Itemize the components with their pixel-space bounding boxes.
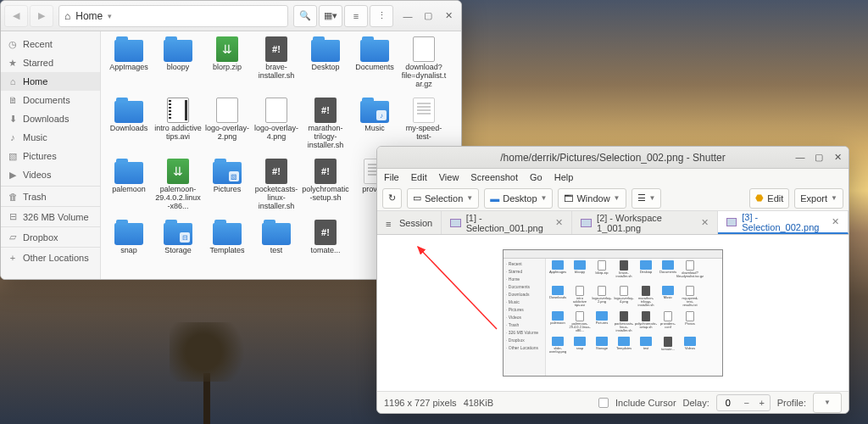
menu-edit[interactable]: Edit (411, 172, 427, 182)
selection-tool-button[interactable]: ▭Selection▼ (407, 188, 479, 209)
menu-go[interactable]: Go (530, 172, 542, 182)
back-button[interactable]: ◀ (4, 5, 28, 27)
file-item[interactable]: #!tomate... (301, 218, 350, 279)
file-label: intro addictive tips.avi (154, 125, 202, 142)
minimize-button[interactable]: — (794, 152, 806, 163)
hamburger-button[interactable]: ⋮ (370, 5, 393, 27)
delay-stepper[interactable]: − + (716, 394, 771, 411)
sidebar-item-documents[interactable]: 🗎Documents (1, 91, 100, 109)
export-button[interactable]: Export▼ (794, 188, 843, 209)
path-label: Home (75, 10, 103, 22)
file-item[interactable]: #!brave-installer.sh (252, 35, 301, 96)
sidebar: ◷Recent★Starred⌂Home🗎Documents⬇Downloads… (1, 31, 101, 279)
sidebar-label: Pictures (23, 151, 57, 161)
path-bar[interactable]: ⌂ Home ▾ (58, 5, 288, 27)
file-item[interactable]: logo-overlay-2.png (203, 96, 252, 157)
sidebar-item-326-mb-volume[interactable]: ⊟326 MB Volume (1, 206, 100, 225)
file-item[interactable]: Documents (350, 35, 399, 96)
delay-increment[interactable]: + (754, 398, 770, 408)
file-item[interactable]: test (252, 218, 301, 279)
sidebar-item-trash[interactable]: 🗑Trash (1, 186, 100, 204)
file-item[interactable]: AppImages (104, 35, 153, 96)
file-label: pocketcasts-linux-installer.sh (253, 186, 300, 211)
close-button[interactable]: ✕ (439, 7, 458, 25)
file-item[interactable]: logo-overlay-4.png (252, 96, 301, 157)
palette-icon: ⬣ (755, 192, 764, 204)
file-item[interactable]: #!polychromatic-setup.sh (301, 157, 350, 218)
tab[interactable]: [3] - Selection_002.png✕ (718, 211, 849, 234)
tab-close[interactable]: ✕ (555, 217, 563, 228)
tab-label: [3] - Selection_002.png (742, 212, 826, 232)
sidebar-item-recent[interactable]: ◷Recent (1, 35, 100, 53)
file-label: my-speed-test- (400, 125, 448, 142)
sidebar-label: Starred (23, 58, 53, 68)
screenshot-preview[interactable]: · Recent· Starred· Home· Documents· Down… (503, 249, 723, 377)
tab-close[interactable]: ✕ (832, 216, 839, 227)
file-label: bloopy (167, 64, 190, 72)
sidebar-item-home[interactable]: ⌂Home (1, 72, 100, 91)
preview-canvas: · Recent· Starred· Home· Documents· Down… (377, 235, 849, 391)
view-list-button[interactable]: ≡ (344, 5, 368, 27)
include-cursor-checkbox[interactable] (598, 398, 609, 408)
sidebar-icon: ▶ (8, 170, 18, 181)
menu-capture-button[interactable]: ☰▼ (632, 188, 662, 209)
home-icon: ⌂ (64, 10, 70, 22)
file-item[interactable]: intro addictive tips.avi (153, 96, 203, 157)
tab[interactable]: [1] - Selection_001.png✕ (442, 211, 572, 234)
sidebar-icon: + (8, 253, 18, 263)
file-item[interactable]: download?file=dynalist.tar.gz (399, 35, 448, 96)
sidebar-icon: ♪ (8, 132, 18, 142)
file-item[interactable]: #!marathon-trilogy-installer.sh (301, 96, 350, 157)
menu-file[interactable]: File (384, 172, 399, 182)
desktop-capture-button[interactable]: ▬Desktop▼ (484, 188, 553, 209)
forward-button[interactable]: ▶ (30, 5, 53, 27)
tab-close[interactable]: ✕ (701, 217, 709, 228)
sidebar-label: Videos (23, 170, 51, 180)
menu-help[interactable]: Help (554, 172, 574, 182)
include-cursor-label: Include Cursor (615, 398, 676, 408)
file-item[interactable]: ▧Pictures (203, 157, 252, 218)
sidebar-item-videos[interactable]: ▶Videos (1, 165, 100, 184)
sidebar-item-downloads[interactable]: ⬇Downloads (1, 109, 100, 128)
file-item[interactable]: ⇊blorp.zip (203, 35, 252, 96)
file-item[interactable]: Desktop (301, 35, 350, 96)
file-item[interactable]: ⊟Storage (153, 218, 203, 279)
minimize-button[interactable]: — (398, 7, 417, 25)
tab-label: Session (399, 218, 432, 228)
maximize-button[interactable]: ▢ (419, 7, 437, 25)
sidebar-item-music[interactable]: ♪Music (1, 128, 100, 147)
status-bar: 1196 x 727 pixels 418KiB Include Cursor … (377, 391, 849, 413)
search-button[interactable]: 🔍 (293, 5, 317, 27)
sidebar-label: Recent (23, 39, 53, 49)
sidebar-item-dropbox[interactable]: ▱Dropbox (1, 226, 100, 245)
edit-button[interactable]: ⬣Edit (749, 188, 789, 209)
redo-button[interactable]: ↻ (382, 188, 402, 209)
file-label: Music (364, 125, 385, 133)
sidebar-icon: ⌂ (8, 76, 18, 86)
sidebar-item-other-locations[interactable]: +Other Locations (1, 247, 100, 265)
tab[interactable]: ≡Session (377, 211, 442, 234)
file-item[interactable]: Templates (203, 218, 252, 279)
file-item[interactable]: snap (104, 218, 153, 279)
file-item[interactable]: ⇊palemoon-29.4.0.2.linux-x86... (153, 157, 203, 218)
menu-screenshot[interactable]: Screenshot (470, 172, 518, 182)
menu-view[interactable]: View (439, 172, 459, 182)
window-capture-button[interactable]: 🗔Window▼ (558, 188, 626, 209)
sidebar-icon: ⊟ (8, 211, 18, 222)
delay-input[interactable] (717, 398, 739, 408)
file-item[interactable]: Downloads (104, 96, 153, 157)
file-item[interactable]: palemoon (104, 157, 153, 218)
tab-label: [1] - Selection_001.png (466, 213, 551, 233)
tab-thumbnail (581, 219, 592, 227)
tab-thumbnail (450, 219, 461, 227)
maximize-button[interactable]: ▢ (813, 152, 825, 163)
view-grid-button[interactable]: ▦▾ (319, 5, 342, 27)
file-item[interactable]: bloopy (153, 35, 203, 96)
file-item[interactable]: #!pocketcasts-linux-installer.sh (252, 157, 301, 218)
tab[interactable]: [2] - Workspace 1_001.png✕ (572, 211, 717, 234)
delay-decrement[interactable]: − (739, 398, 754, 408)
sidebar-item-starred[interactable]: ★Starred (1, 53, 100, 72)
close-button[interactable]: ✕ (832, 152, 843, 163)
profile-dropdown[interactable]: ▼ (813, 393, 842, 413)
sidebar-item-pictures[interactable]: ▧Pictures (1, 147, 100, 165)
